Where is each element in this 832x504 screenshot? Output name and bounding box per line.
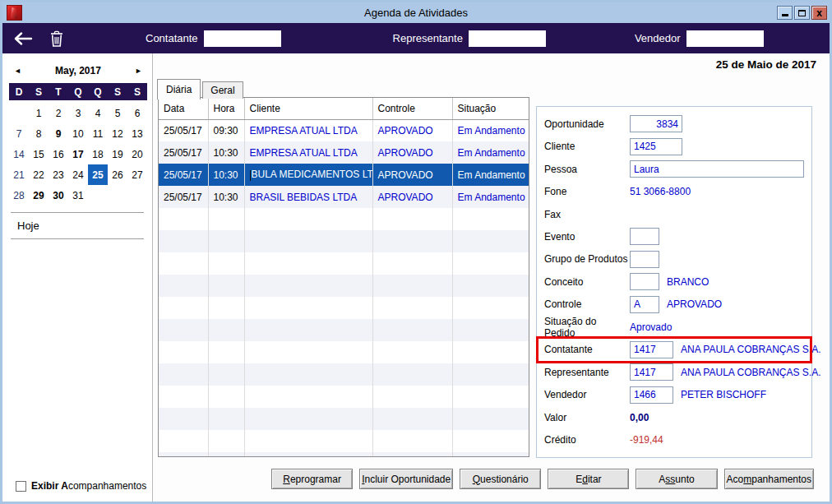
calendar-day-17[interactable]: 17 [68, 144, 88, 164]
conceito-input[interactable] [630, 273, 659, 290]
action-button-bar: Reprogramar Incluir Oportunidade Questio… [271, 469, 814, 489]
calendar-day-19[interactable]: 19 [108, 144, 127, 164]
show-followups-control: Exibir Acompanhamentos [16, 480, 146, 492]
calendar-day-11[interactable]: 11 [88, 123, 108, 144]
contatante-input[interactable] [630, 341, 673, 358]
calendar-day-blank [127, 185, 147, 206]
calendar-day-21[interactable]: 21 [9, 164, 29, 185]
representante-input[interactable] [630, 363, 673, 381]
questionario-button[interactable]: Questionário [460, 469, 541, 489]
agenda-grid: Data Hora Cliente Controle Situação 25/0… [158, 97, 529, 457]
titlebar: Agenda de Atividades x [2, 2, 830, 23]
calendar-next-icon[interactable]: ► [131, 67, 142, 75]
calendar-month-label: May, 2017 [25, 65, 131, 76]
contatante-search-input[interactable] [204, 30, 281, 47]
cliente-label: Cliente [544, 141, 630, 152]
controle-input[interactable] [630, 296, 659, 313]
calendar-dow-row: DSTQQSS [9, 83, 147, 100]
calendar-day-22[interactable]: 22 [29, 164, 49, 185]
table-row-empty[interactable] [159, 252, 529, 275]
table-row[interactable]: 25/05/17 10:30 BRASIL BEBIDAS LTDA APROV… [159, 186, 529, 208]
fax-label: Fax [544, 209, 630, 220]
calendar-day-blank [9, 103, 29, 123]
table-row-empty[interactable] [159, 386, 529, 408]
calendar-day-6[interactable]: 6 [127, 103, 147, 123]
table-row-empty[interactable] [159, 275, 529, 297]
form-row-valor: Valor 0,00 [544, 406, 804, 428]
calendar-day-31[interactable]: 31 [68, 185, 88, 206]
back-arrow-icon[interactable] [14, 32, 34, 45]
calendar-day-30[interactable]: 30 [49, 185, 68, 206]
calendar-day-5[interactable]: 5 [108, 103, 127, 123]
calendar-day-10[interactable]: 10 [68, 123, 88, 144]
table-row[interactable]: 25/05/17 10:30 EMPRESA ATUAL LTDA APROVA… [159, 141, 529, 164]
pessoa-input[interactable] [630, 160, 804, 178]
trash-icon[interactable] [49, 30, 65, 48]
sidebar-divider-bottom [11, 238, 144, 239]
calendar-day-20[interactable]: 20 [127, 144, 147, 164]
table-row-empty[interactable] [159, 208, 529, 230]
calendar-day-2[interactable]: 2 [49, 103, 68, 123]
calendar-day-29[interactable]: 29 [29, 185, 49, 206]
column-header-hora[interactable]: Hora [208, 98, 244, 119]
calendar-day-14[interactable]: 14 [9, 144, 29, 164]
minimize-button[interactable] [777, 6, 793, 20]
acompanhamentos-button[interactable]: Acompanhamentos [724, 469, 814, 489]
reprogramar-button[interactable]: Reprogramar [271, 469, 353, 489]
calendar-day-24[interactable]: 24 [68, 164, 88, 185]
table-row-empty[interactable] [159, 230, 529, 252]
today-link[interactable]: Hoje [2, 213, 152, 238]
representante-search-input[interactable] [469, 30, 546, 47]
show-followups-checkbox[interactable] [16, 481, 26, 492]
calendar-day-25[interactable]: 25 [88, 164, 108, 185]
assunto-button[interactable]: Assunto [636, 469, 717, 489]
tab-diaria[interactable]: Diária [157, 79, 201, 99]
table-row-empty[interactable] [159, 363, 529, 386]
calendar-day-23[interactable]: 23 [49, 164, 68, 185]
calendar-day-3[interactable]: 3 [68, 103, 88, 123]
calendar-day-8[interactable]: 8 [29, 123, 49, 144]
calendar-prev-icon[interactable]: ◄ [14, 67, 25, 75]
detail-panel: Oportunidade Cliente Pessoa Fone 51 3066… [536, 106, 812, 458]
oportunidade-input[interactable] [630, 115, 682, 132]
close-button[interactable]: x [811, 6, 827, 20]
calendar-day-27[interactable]: 27 [127, 164, 147, 185]
column-header-situacao[interactable]: Situação [452, 98, 529, 119]
calendar: ◄ May, 2017 ► DSTQQSS 123456789101112131… [9, 62, 147, 206]
grupo-produtos-input[interactable] [630, 251, 659, 268]
table-row[interactable]: 25/05/17 09:30 EMPRESA ATUAL LTDA APROVA… [159, 119, 529, 141]
valor-value: 0,00 [630, 412, 649, 423]
column-header-controle[interactable]: Controle [372, 98, 452, 119]
column-header-data[interactable]: Data [159, 98, 208, 119]
calendar-day-13[interactable]: 13 [127, 123, 147, 144]
vendedor-search-input[interactable] [686, 30, 764, 47]
table-row-empty[interactable] [159, 319, 529, 341]
incluir-oportunidade-button[interactable]: Incluir Oportunidade [359, 469, 453, 489]
maximize-button[interactable] [794, 6, 810, 20]
table-row-selected[interactable]: 25/05/17 10:30 BULA MEDICAMENTOS LTDA AP… [159, 164, 529, 186]
calendar-day-26[interactable]: 26 [108, 164, 127, 185]
table-row-empty[interactable] [159, 408, 529, 430]
cliente-input[interactable] [630, 138, 682, 155]
table-row-empty[interactable] [159, 452, 529, 457]
calendar-day-18[interactable]: 18 [88, 144, 108, 164]
calendar-day-15[interactable]: 15 [29, 144, 49, 164]
column-header-cliente[interactable]: Cliente [244, 98, 372, 119]
grupo-produtos-label: Grupo de Produtos [544, 253, 630, 265]
tab-geral[interactable]: Geral [202, 81, 243, 99]
evento-input[interactable] [630, 228, 659, 245]
calendar-day-4[interactable]: 4 [88, 103, 108, 123]
calendar-day-1[interactable]: 1 [29, 103, 49, 123]
calendar-day-12[interactable]: 12 [108, 123, 127, 144]
editar-button[interactable]: Editar [548, 469, 629, 489]
table-row-empty[interactable] [159, 430, 529, 452]
table-row-empty[interactable] [159, 297, 529, 319]
table-row-empty[interactable] [159, 341, 529, 363]
calendar-day-28[interactable]: 28 [9, 185, 29, 206]
calendar-day-7[interactable]: 7 [9, 123, 29, 144]
window-controls: x [777, 6, 827, 20]
calendar-day-9[interactable]: 9 [49, 123, 68, 144]
vendedor-input[interactable] [630, 386, 673, 404]
calendar-day-16[interactable]: 16 [49, 144, 68, 164]
calendar-dow-label: S [29, 83, 49, 100]
